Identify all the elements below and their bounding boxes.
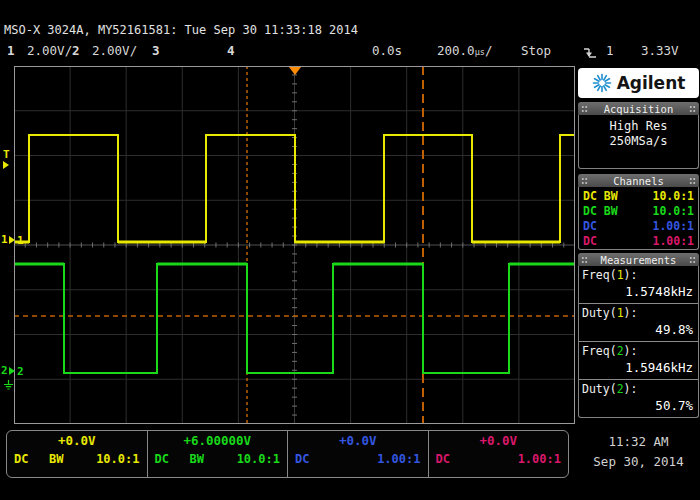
ch4-settings-panel[interactable]: +0.0V DC 1.00:1 [429, 431, 569, 477]
ch4-coupling: DC [583, 234, 597, 248]
trigger-marker-arrow-icon [3, 161, 9, 169]
measurement-duty1[interactable]: Duty(1): 49.8% [579, 304, 698, 342]
measurement-label-suffix: ): [624, 306, 638, 320]
ch1-offset: +0.0V [7, 433, 147, 448]
trigger-level-marker[interactable]: T [3, 150, 10, 169]
ch1-marker-label: 1 [1, 235, 8, 245]
edge-trigger-icon [583, 45, 597, 60]
measurement-channel: 1 [617, 268, 624, 282]
measurement-value: 50.7% [582, 397, 695, 415]
ch4-coupling-label: DC [436, 452, 450, 466]
ch2-settings-panel[interactable]: +6.00000V DC BW 10.0:1 [148, 431, 289, 477]
brand-name: Agilent [617, 73, 686, 93]
ch2-scale[interactable]: 2.00V/ [92, 43, 137, 58]
trigger-marker-label: T [3, 150, 10, 160]
clock-date: Sep 30, 2014 [578, 452, 699, 472]
ch1-bw-limit-label: BW [49, 452, 63, 466]
brand-logo: Agilent [578, 68, 699, 98]
measurement-label-suffix: ): [624, 268, 638, 282]
clock-time: 11:32 AM [578, 432, 699, 452]
ch1-coupling-row[interactable]: DC BW 10.0:1 [579, 188, 698, 203]
trigger-source[interactable]: 1 [606, 43, 614, 58]
agilent-starburst-icon [592, 73, 612, 93]
ch3-probe-ratio: 1.00:1 [652, 219, 694, 233]
ch3-status-number[interactable]: 3 [152, 43, 160, 58]
ch1-marker-arrow-icon [9, 236, 15, 244]
trigger-level[interactable]: 3.33V [641, 43, 679, 58]
ch1-status-number[interactable]: 1 [7, 43, 15, 58]
ch2-coupling-label: DC [155, 452, 169, 466]
sample-rate: 250MSa/s [579, 134, 698, 149]
measurement-channel: 2 [617, 382, 624, 396]
measurement-label: Duty( [582, 382, 617, 396]
channels-info: DC BW 10.0:1 DC BW 10.0:1 DC 1.00:1 DC 1… [578, 187, 699, 250]
ch2-probe-label: 10.0:1 [237, 452, 280, 466]
measurement-freq1[interactable]: Freq(1): 1.5748kHz [579, 266, 698, 304]
measurement-label-suffix: ): [624, 344, 638, 358]
timebase-unit: µs [475, 47, 485, 57]
timebase-value: 200.0 [437, 43, 475, 58]
ch3-probe-label: 1.00:1 [377, 452, 420, 466]
channels-title: Channels [613, 175, 664, 187]
grip-icon [689, 105, 696, 113]
measurements-section-header[interactable]: Measurements [578, 253, 699, 266]
ch2-trace-label: 2 [17, 365, 24, 378]
measurement-duty2[interactable]: Duty(2): 50.7% [579, 380, 698, 417]
ch3-coupling-label: DC [295, 452, 309, 466]
grip-icon [689, 177, 696, 185]
grip-icon [581, 256, 588, 264]
ch2-bw-limit-label: BW [190, 452, 204, 466]
waveform-display [14, 66, 575, 424]
measurements-info: Freq(1): 1.5748kHz Duty(1): 49.8% Freq(2… [578, 266, 699, 418]
ch4-probe-label: 1.00:1 [518, 452, 561, 466]
ch1-settings-panel[interactable]: +0.0V DC BW 10.0:1 [7, 431, 148, 477]
ch4-coupling-row[interactable]: DC 1.00:1 [579, 233, 698, 248]
ch3-settings-panel[interactable]: +0.0V DC 1.00:1 [288, 431, 429, 477]
side-panel: Agilent Acquisition High Res 250MSa/s Ch… [578, 68, 699, 418]
measurement-label-suffix: ): [624, 382, 638, 396]
ch2-ground-marker[interactable]: 2 [1, 366, 15, 376]
grip-icon [581, 105, 588, 113]
ch1-ground-marker[interactable]: 1 [1, 235, 15, 245]
measurement-freq2[interactable]: Freq(2): 1.5946kHz [579, 342, 698, 380]
measurement-channel: 2 [617, 344, 624, 358]
ch1-probe-label: 10.0:1 [96, 452, 139, 466]
ch1-trace-label: 1 [17, 234, 24, 247]
ch1-coupling: DC BW [583, 189, 618, 203]
ch1-probe-ratio: 10.0:1 [652, 189, 694, 203]
ch2-coupling-row[interactable]: DC BW 10.0:1 [579, 203, 698, 218]
ch4-status-number[interactable]: 4 [227, 43, 235, 58]
grip-icon [581, 177, 588, 185]
measurement-value: 1.5748kHz [582, 283, 695, 301]
ch2-marker-label: 2 [1, 366, 8, 376]
channel-settings-bar: +0.0V DC BW 10.0:1 +6.00000V DC BW 10.0:… [6, 430, 569, 478]
ch2-coupling: DC BW [583, 204, 618, 218]
ch4-offset: +0.0V [429, 433, 569, 448]
measurement-label: Freq( [582, 344, 617, 358]
clock: 11:32 AM Sep 30, 2014 [578, 432, 699, 472]
timebase[interactable]: 200.0µs/ [437, 43, 492, 58]
instrument-title: MSO-X 3024A, MY52161581: Tue Sep 30 11:3… [4, 23, 358, 37]
ch3-coupling: DC [583, 219, 597, 233]
ch3-coupling-row[interactable]: DC 1.00:1 [579, 218, 698, 233]
ch3-offset: +0.0V [288, 433, 428, 448]
timebase-slash: / [485, 43, 493, 58]
ch2-status-number[interactable]: 2 [72, 43, 80, 58]
measurement-channel: 1 [617, 306, 624, 320]
horizontal-delay[interactable]: 0.0s [372, 43, 402, 58]
ch1-scale[interactable]: 2.00V/ [27, 43, 72, 58]
ch2-offset: +6.00000V [148, 433, 288, 448]
run-state[interactable]: Stop [521, 43, 551, 58]
grip-icon [689, 256, 696, 264]
status-bar: 1 2.00V/ 2 2.00V/ 3 4 0.0s 200.0µs/ Stop… [0, 43, 700, 61]
ch2-marker-arrow-icon [9, 367, 15, 375]
ch2-ground-symbol-icon [3, 380, 14, 390]
acquisition-section-header[interactable]: Acquisition [578, 102, 699, 115]
measurements-title: Measurements [601, 254, 677, 266]
ch1-coupling-label: DC [14, 452, 28, 466]
acquisition-info: High Res 250MSa/s [578, 115, 699, 169]
ch2-probe-ratio: 10.0:1 [652, 204, 694, 218]
acquisition-mode: High Res [579, 119, 698, 134]
ch4-probe-ratio: 1.00:1 [652, 234, 694, 248]
channels-section-header[interactable]: Channels [578, 174, 699, 187]
